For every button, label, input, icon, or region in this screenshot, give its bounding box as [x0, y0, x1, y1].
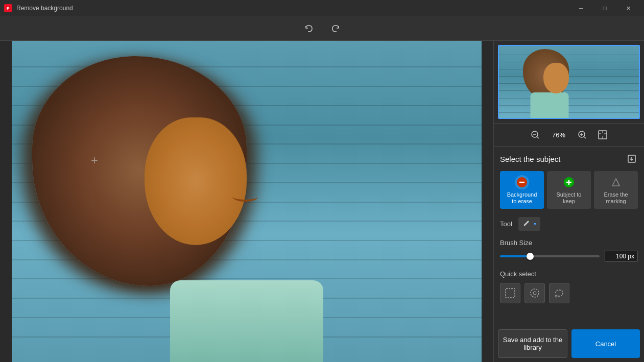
background-erase-button[interactable]: Backgroundto erase: [500, 171, 544, 209]
app-icon: P: [4, 4, 12, 12]
slider-thumb[interactable]: [527, 253, 534, 260]
tool-buttons: Backgroundto erase Subject tokeep: [500, 171, 638, 209]
svg-marker-21: [612, 179, 619, 186]
face: [145, 117, 247, 245]
panel-content: Select the subject: [494, 147, 644, 325]
quick-select-lasso[interactable]: [549, 283, 569, 303]
undo-button[interactable]: [300, 19, 318, 38]
tool-dropdown-arrow: ▾: [534, 221, 536, 227]
brush-size-input[interactable]: [605, 251, 638, 262]
body: [170, 280, 323, 362]
svg-rect-23: [506, 288, 515, 298]
fit-to-screen-button[interactable]: [595, 128, 610, 142]
brush-size-label: Brush Size: [500, 239, 638, 247]
quick-select-label: Quick select: [500, 270, 638, 278]
preview-thumbnail: [498, 45, 640, 119]
canvas-image: +: [12, 41, 482, 362]
main-toolbar: [0, 16, 644, 41]
marking-icon: [609, 175, 623, 189]
erase-marking-label: Erase themarking: [604, 191, 628, 205]
mouth: [232, 191, 258, 202]
window-controls: ─ □ ✕: [569, 0, 640, 16]
canvas-area[interactable]: +: [0, 41, 493, 362]
tool-row: Tool ▾: [500, 217, 638, 231]
brush-size-slider[interactable]: [500, 251, 600, 261]
bottom-bar: Save and add to the library Cancel: [494, 325, 644, 362]
quick-select-freehand[interactable]: [524, 283, 545, 303]
quick-select-section: Quick select: [500, 270, 638, 303]
brush-size-section: Brush Size: [500, 239, 638, 262]
right-panel: 76%: [493, 41, 644, 362]
window-title: Remove background: [16, 5, 569, 12]
slider-fill: [500, 255, 530, 257]
tool-selector[interactable]: ▾: [518, 217, 540, 231]
maximize-button[interactable]: □: [593, 0, 616, 16]
svg-point-26: [555, 295, 557, 297]
svg-line-22: [616, 179, 619, 186]
title-bar: P Remove background ─ □ ✕: [0, 0, 644, 16]
brush-icon: [522, 219, 531, 229]
svg-line-8: [584, 137, 586, 138]
minimize-button[interactable]: ─: [569, 0, 593, 16]
tool-row-label: Tool: [500, 220, 512, 228]
brush-size-row: [500, 251, 638, 262]
zoom-level: 76%: [548, 131, 569, 139]
zoom-out-button[interactable]: [528, 128, 542, 142]
redo-button[interactable]: [326, 19, 345, 38]
subject-keep-button[interactable]: Subject tokeep: [547, 171, 591, 209]
close-button[interactable]: ✕: [616, 0, 640, 16]
keep-icon: [562, 175, 576, 189]
slider-track: [500, 255, 600, 257]
main-area: +: [0, 41, 644, 362]
svg-point-25: [533, 292, 536, 295]
zoom-controls: 76%: [494, 124, 644, 147]
person-figure: [119, 41, 374, 362]
background-erase-label: Backgroundto erase: [507, 191, 537, 205]
crosshair: +: [91, 153, 98, 167]
section-header: Select the subject: [500, 153, 638, 165]
preview-container: [494, 41, 644, 124]
svg-point-24: [531, 289, 539, 297]
zoom-in-button[interactable]: [575, 128, 589, 142]
erase-marking-button[interactable]: Erase themarking: [594, 171, 638, 209]
save-button[interactable]: Save and add to the library: [498, 329, 567, 358]
section-title: Select the subject: [500, 155, 560, 163]
subject-keep-label: Subject tokeep: [557, 191, 582, 205]
export-button[interactable]: [626, 153, 638, 165]
svg-text:P: P: [7, 6, 10, 11]
cancel-button[interactable]: Cancel: [571, 329, 640, 358]
svg-line-4: [537, 137, 539, 138]
preview-person: [543, 46, 594, 118]
quick-select-rectangle[interactable]: [500, 283, 520, 303]
erase-icon: [515, 175, 529, 189]
quick-select-buttons: [500, 283, 638, 303]
